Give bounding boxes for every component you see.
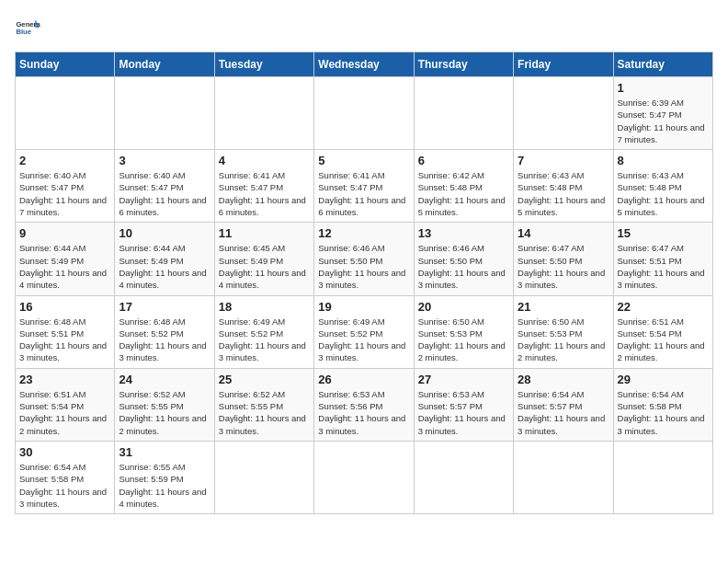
calendar-cell: 12Sunrise: 6:46 AMSunset: 5:50 PMDayligh… [314,223,414,295]
day-info: Sunrise: 6:53 AMSunset: 5:56 PMDaylight:… [318,389,405,436]
calendar-cell [613,441,712,513]
day-info: Sunrise: 6:46 AMSunset: 5:50 PMDaylight:… [318,243,405,290]
day-info: Sunrise: 6:40 AMSunset: 5:47 PMDaylight:… [19,170,107,217]
calendar-cell: 15Sunrise: 6:47 AMSunset: 5:51 PMDayligh… [613,223,712,295]
day-info: Sunrise: 6:50 AMSunset: 5:53 PMDaylight:… [518,316,605,363]
calendar-cell: 3Sunrise: 6:40 AMSunset: 5:47 PMDaylight… [115,150,214,223]
day-number: 13 [418,226,509,240]
day-number: 22 [618,300,709,314]
page-header: General Blue [15,15,713,40]
calendar-cell [214,77,313,150]
calendar-cell: 10Sunrise: 6:44 AMSunset: 5:49 PMDayligh… [115,223,214,295]
day-number: 7 [518,154,609,167]
calendar-cell: 7Sunrise: 6:43 AMSunset: 5:48 PMDaylight… [514,150,613,223]
day-number: 5 [318,154,409,167]
day-number: 24 [119,373,210,386]
day-info: Sunrise: 6:49 AMSunset: 5:52 PMDaylight:… [219,316,306,363]
calendar-cell [214,441,313,513]
weekday-header: Tuesday [214,52,313,77]
calendar-row: 30Sunrise: 6:54 AMSunset: 5:58 PMDayligh… [16,441,713,513]
day-info: Sunrise: 6:47 AMSunset: 5:51 PMDaylight:… [618,243,705,290]
day-info: Sunrise: 6:48 AMSunset: 5:51 PMDaylight:… [19,316,107,363]
day-number: 3 [119,154,210,167]
weekday-header: Thursday [414,52,513,77]
day-info: Sunrise: 6:50 AMSunset: 5:53 PMDaylight:… [418,316,506,363]
day-number: 14 [518,226,609,240]
calendar-cell [314,77,414,150]
calendar-cell: 24Sunrise: 6:52 AMSunset: 5:55 PMDayligh… [115,368,214,441]
calendar-cell: 11Sunrise: 6:45 AMSunset: 5:49 PMDayligh… [214,223,313,295]
day-number: 19 [318,300,409,314]
day-info: Sunrise: 6:53 AMSunset: 5:57 PMDaylight:… [418,389,506,436]
day-info: Sunrise: 6:45 AMSunset: 5:49 PMDaylight:… [219,243,306,290]
day-info: Sunrise: 6:54 AMSunset: 5:58 PMDaylight:… [618,389,705,436]
day-number: 20 [418,300,509,314]
logo-icon: General Blue [15,15,40,40]
day-number: 16 [19,300,110,314]
day-info: Sunrise: 6:55 AMSunset: 5:59 PMDaylight:… [119,462,206,509]
calendar-body: 1Sunrise: 6:39 AMSunset: 5:47 PMDaylight… [16,77,713,514]
day-info: Sunrise: 6:48 AMSunset: 5:52 PMDaylight:… [119,316,206,363]
calendar-cell: 30Sunrise: 6:54 AMSunset: 5:58 PMDayligh… [16,441,115,513]
day-number: 23 [19,373,110,386]
day-number: 12 [318,226,409,240]
calendar-cell: 28Sunrise: 6:54 AMSunset: 5:57 PMDayligh… [514,368,613,441]
day-number: 15 [618,226,709,240]
day-info: Sunrise: 6:49 AMSunset: 5:52 PMDaylight:… [318,316,405,363]
day-info: Sunrise: 6:39 AMSunset: 5:47 PMDaylight:… [618,98,705,144]
day-number: 1 [618,81,709,95]
day-info: Sunrise: 6:51 AMSunset: 5:54 PMDaylight:… [618,316,705,363]
weekday-header: Sunday [16,52,115,77]
calendar-cell: 16Sunrise: 6:48 AMSunset: 5:51 PMDayligh… [16,295,115,368]
day-number: 10 [119,226,210,240]
day-info: Sunrise: 6:51 AMSunset: 5:54 PMDaylight:… [19,389,107,436]
calendar-cell [514,77,613,150]
calendar-cell: 14Sunrise: 6:47 AMSunset: 5:50 PMDayligh… [514,223,613,295]
day-info: Sunrise: 6:52 AMSunset: 5:55 PMDaylight:… [119,389,206,436]
calendar-row: 1Sunrise: 6:39 AMSunset: 5:47 PMDaylight… [16,77,713,150]
weekday-header: Friday [514,52,613,77]
calendar-cell [414,441,513,513]
day-info: Sunrise: 6:40 AMSunset: 5:47 PMDaylight:… [119,170,206,217]
calendar-cell: 29Sunrise: 6:54 AMSunset: 5:58 PMDayligh… [613,368,712,441]
day-number: 31 [119,445,210,459]
calendar-cell: 31Sunrise: 6:55 AMSunset: 5:59 PMDayligh… [115,441,214,513]
day-number: 2 [19,154,110,167]
calendar-cell: 20Sunrise: 6:50 AMSunset: 5:53 PMDayligh… [414,295,513,368]
calendar-row: 9Sunrise: 6:44 AMSunset: 5:49 PMDaylight… [16,223,713,295]
day-number: 8 [618,154,709,167]
day-number: 6 [418,154,509,167]
calendar-cell: 17Sunrise: 6:48 AMSunset: 5:52 PMDayligh… [115,295,214,368]
calendar-row: 23Sunrise: 6:51 AMSunset: 5:54 PMDayligh… [16,368,713,441]
day-number: 4 [219,154,310,167]
calendar-row: 2Sunrise: 6:40 AMSunset: 5:47 PMDaylight… [16,150,713,223]
day-number: 9 [19,226,110,240]
calendar-cell: 6Sunrise: 6:42 AMSunset: 5:48 PMDaylight… [414,150,513,223]
calendar-cell [414,77,513,150]
day-number: 27 [418,373,509,386]
day-number: 30 [19,445,110,459]
calendar-cell [115,77,214,150]
calendar-cell: 21Sunrise: 6:50 AMSunset: 5:53 PMDayligh… [514,295,613,368]
calendar-cell: 2Sunrise: 6:40 AMSunset: 5:47 PMDaylight… [16,150,115,223]
logo: General Blue [15,15,40,40]
day-info: Sunrise: 6:44 AMSunset: 5:49 PMDaylight:… [119,243,206,290]
svg-text:Blue: Blue [16,28,31,36]
calendar-cell [314,441,414,513]
calendar-cell: 1Sunrise: 6:39 AMSunset: 5:47 PMDaylight… [613,77,712,150]
day-info: Sunrise: 6:42 AMSunset: 5:48 PMDaylight:… [418,170,506,217]
calendar-cell [514,441,613,513]
day-info: Sunrise: 6:43 AMSunset: 5:48 PMDaylight:… [618,170,705,217]
day-info: Sunrise: 6:41 AMSunset: 5:47 PMDaylight:… [219,170,306,217]
day-info: Sunrise: 6:44 AMSunset: 5:49 PMDaylight:… [19,243,107,290]
weekday-header: Wednesday [314,52,414,77]
day-info: Sunrise: 6:46 AMSunset: 5:50 PMDaylight:… [418,243,506,290]
day-info: Sunrise: 6:43 AMSunset: 5:48 PMDaylight:… [518,170,605,217]
day-number: 26 [318,373,409,386]
weekday-header: Saturday [613,52,712,77]
day-info: Sunrise: 6:47 AMSunset: 5:50 PMDaylight:… [518,243,605,290]
day-number: 25 [219,373,310,386]
calendar-cell: 22Sunrise: 6:51 AMSunset: 5:54 PMDayligh… [613,295,712,368]
weekday-header-row: SundayMondayTuesdayWednesdayThursdayFrid… [16,52,713,77]
calendar-cell [16,77,115,150]
